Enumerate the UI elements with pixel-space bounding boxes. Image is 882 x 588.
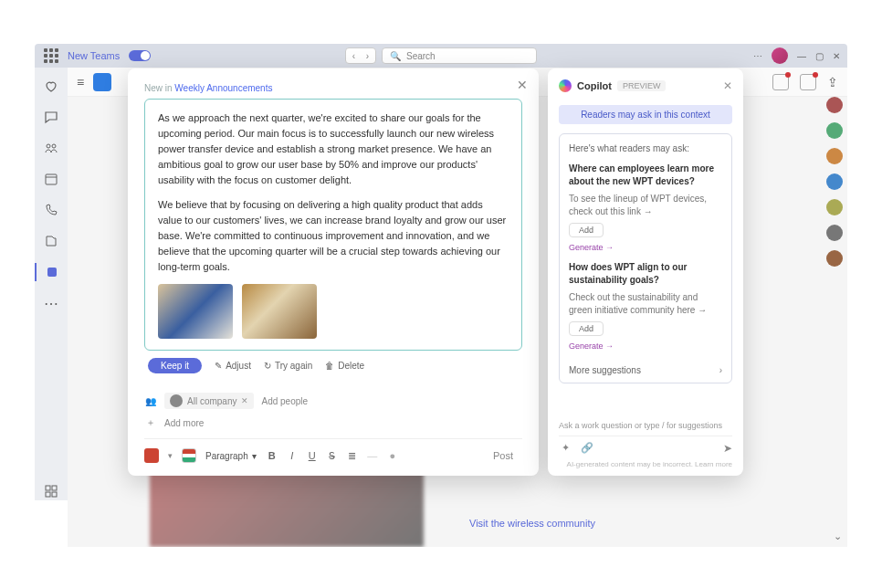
copilot-header: Copilot PREVIEW ✕	[559, 79, 732, 92]
input-hint: Ask a work question or type / for sugges…	[559, 421, 732, 430]
keep-button[interactable]: Keep it	[148, 358, 202, 373]
ai-actions: Keep it ✎Adjust ↻Try again 🗑Delete	[144, 358, 522, 373]
sparkle-icon[interactable]: ✦	[559, 442, 572, 455]
add-people-link[interactable]: Add people	[261, 396, 308, 406]
copilot-input[interactable]: ✦ 🔗 ➤	[559, 436, 732, 455]
post-button[interactable]: Post	[484, 446, 522, 465]
rail-calendar[interactable]	[42, 170, 60, 188]
titlebar: New Teams ‹› 🔍 Search ⋯ — ▢ ✕	[35, 44, 847, 68]
bold-button[interactable]: B	[266, 450, 278, 461]
chip-remove-icon[interactable]: ✕	[241, 396, 248, 405]
nav-back-forward[interactable]: ‹›	[345, 47, 376, 64]
person-avatar[interactable]	[826, 148, 843, 164]
search-placeholder: Search	[406, 51, 436, 61]
strike-button[interactable]: S̶	[326, 450, 339, 462]
inbox-icon[interactable]	[800, 74, 816, 90]
person-avatar[interactable]	[826, 173, 843, 190]
try-again-button[interactable]: ↻Try again	[264, 361, 312, 371]
me-avatar[interactable]	[772, 47, 788, 64]
more-suggestions[interactable]: More suggestions ›	[569, 360, 722, 375]
card-lead: Here's what readers may ask:	[569, 143, 722, 153]
send-icon[interactable]: ➤	[723, 442, 732, 455]
search-icon: 🔍	[390, 51, 401, 61]
generate-link[interactable]: Generate →	[569, 341, 722, 351]
adjust-button[interactable]: ✎Adjust	[215, 361, 251, 371]
add-button[interactable]: Add	[569, 223, 604, 237]
share-icon[interactable]: ⇪	[827, 75, 838, 89]
person-avatar[interactable]	[826, 199, 843, 215]
community-link[interactable]: Visit the wireless community	[469, 518, 595, 529]
more-icon[interactable]: ⋯	[753, 51, 762, 61]
add-more-row[interactable]: ＋ Add more	[144, 413, 522, 438]
engage-app-icon	[93, 73, 111, 91]
audience-row: 👥 All company ✕ Add people	[144, 389, 522, 413]
more-format-icon[interactable]: ●	[386, 450, 399, 461]
refresh-icon: ↻	[264, 361, 271, 371]
new-teams-toggle[interactable]	[129, 50, 151, 61]
destination-link[interactable]: Weekly Announcements	[174, 83, 272, 93]
app-rail: ⋯	[35, 68, 68, 500]
person-avatar[interactable]	[826, 122, 843, 139]
chip-avatar	[170, 394, 183, 407]
close-icon[interactable]: ✕	[517, 78, 528, 92]
adjust-icon: ✎	[215, 361, 222, 371]
suggestions-card: Here's what readers may ask: Where can e…	[559, 133, 732, 383]
rail-calls[interactable]	[42, 201, 60, 219]
paragraph-style-select[interactable]: Paragraph▾	[205, 451, 257, 461]
rail-viva-engage[interactable]	[35, 263, 68, 281]
app-picker-icon[interactable]	[144, 448, 159, 463]
body-paragraph: As we approach the next quarter, we're e…	[158, 110, 509, 188]
add-more-label: Add more	[164, 418, 204, 428]
close-icon[interactable]: ✕	[723, 79, 732, 92]
copilot-panel: Copilot PREVIEW ✕ Readers may ask in thi…	[548, 68, 743, 476]
attach-icon[interactable]: 🔗	[581, 442, 593, 455]
waffle-icon[interactable]	[44, 48, 58, 63]
person-avatar[interactable]	[826, 97, 843, 113]
ai-disclaimer: AI-generated content may be incorrect. L…	[559, 460, 732, 468]
language-icon[interactable]	[182, 448, 196, 463]
rail-chat[interactable]	[42, 108, 60, 126]
rail-apps[interactable]	[42, 482, 60, 500]
hamburger-icon[interactable]: ≡	[77, 75, 84, 89]
audience-chip[interactable]: All company ✕	[164, 393, 254, 409]
rail-files[interactable]	[42, 232, 60, 250]
compose-dialog: ✕ New in Weekly Announcements As we appr…	[128, 68, 539, 476]
delete-button[interactable]: 🗑Delete	[325, 361, 364, 371]
chip-label: All company	[187, 396, 236, 406]
body-paragraph: We believe that by focusing on deliverin…	[158, 197, 509, 275]
rail-more[interactable]: ⋯	[42, 294, 60, 312]
rail-teams[interactable]	[42, 139, 60, 157]
suggested-question: Where can employees learn more about the…	[569, 163, 722, 252]
question-title: How does WPT align to our sustainability…	[569, 261, 722, 286]
attached-image[interactable]	[242, 284, 317, 339]
people-rail	[822, 97, 847, 267]
compose-destination: New in Weekly Announcements	[144, 83, 522, 93]
search-box[interactable]: 🔍 Search	[382, 47, 537, 64]
question-title: Where can employees learn more about the…	[569, 163, 722, 187]
svg-point-1	[52, 144, 56, 148]
trash-icon: 🗑	[325, 361, 334, 371]
preview-badge: PREVIEW	[617, 80, 667, 91]
notification-icon[interactable]	[772, 74, 789, 90]
generate-link[interactable]: Generate →	[569, 243, 722, 252]
add-button[interactable]: Add	[569, 321, 604, 336]
person-avatar[interactable]	[826, 225, 843, 241]
underline-button[interactable]: U	[306, 450, 319, 461]
collapse-caret-icon[interactable]: ⌄	[834, 530, 842, 542]
svg-rect-7	[52, 492, 57, 497]
compose-body[interactable]: As we approach the next quarter, we're e…	[144, 99, 522, 351]
svg-rect-6	[46, 492, 50, 497]
window-close[interactable]: ✕	[833, 51, 840, 61]
rail-activity[interactable]	[42, 77, 60, 95]
question-body: To see the lineup of WPT devices, check …	[569, 193, 722, 217]
list-button[interactable]: ≣	[346, 450, 359, 462]
person-avatar[interactable]	[826, 250, 843, 267]
window-minimize[interactable]: —	[797, 51, 806, 61]
attached-image[interactable]	[158, 284, 233, 339]
italic-button[interactable]: I	[286, 450, 299, 461]
svg-rect-3	[47, 268, 57, 277]
app-mode-label: New Teams	[68, 50, 120, 61]
window-maximize[interactable]: ▢	[815, 51, 824, 61]
svg-rect-5	[52, 486, 57, 490]
suggested-question: How does WPT align to our sustainability…	[569, 261, 722, 351]
